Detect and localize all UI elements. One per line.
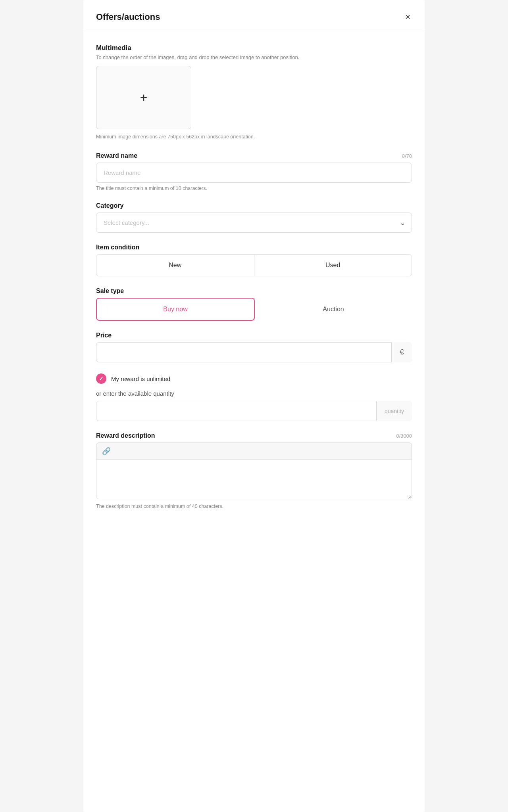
offers-auctions-modal: Offers/auctions × Multimedia To change t… (83, 0, 425, 812)
quantity-suffix: quantity (376, 401, 412, 421)
category-header: Category (96, 202, 412, 209)
item-condition-group: New Used (96, 254, 412, 276)
reward-name-counter: 0/70 (402, 153, 412, 159)
multimedia-section: Multimedia To change the order of the im… (96, 44, 412, 140)
condition-new-button[interactable]: New (96, 255, 254, 276)
price-header: Price (96, 332, 412, 339)
price-section: Price € (96, 332, 412, 362)
reward-description-counter: 0/8000 (396, 433, 412, 439)
description-toolbar: 🔗 (96, 442, 412, 460)
link-icon[interactable]: 🔗 (102, 447, 111, 456)
reward-description-hint: The description must contain a minimum o… (96, 504, 412, 509)
plus-icon: + (140, 91, 148, 104)
reward-name-label: Reward name (96, 152, 137, 159)
quantity-input[interactable] (96, 401, 412, 421)
item-condition-label: Item condition (96, 244, 139, 251)
reward-name-section: Reward name 0/70 The title must contain … (96, 152, 412, 191)
sale-auction-button[interactable]: Auction (254, 298, 412, 321)
reward-description-header: Reward description 0/8000 (96, 432, 412, 439)
reward-name-header: Reward name 0/70 (96, 152, 412, 159)
sale-type-header: Sale type (96, 287, 412, 295)
modal-body: Multimedia To change the order of the im… (83, 31, 425, 533)
category-section: Category Select category... ⌄ (96, 202, 412, 233)
sale-type-section: Sale type Buy now Auction (96, 287, 412, 321)
reward-description-label: Reward description (96, 432, 155, 439)
sale-type-group: Buy now Auction (96, 298, 412, 321)
price-input[interactable] (96, 342, 412, 362)
item-condition-section: Item condition New Used (96, 244, 412, 276)
reward-description-textarea[interactable] (96, 460, 412, 499)
image-note: Minimum image dimensions are 750px x 562… (96, 134, 412, 140)
currency-symbol: € (391, 342, 412, 362)
quantity-label: or enter the available quantity (96, 390, 412, 397)
modal-header: Offers/auctions × (83, 0, 425, 31)
checkmark-icon: ✓ (99, 375, 104, 382)
unlimited-checkbox[interactable]: ✓ (96, 373, 106, 384)
multimedia-title: Multimedia (96, 44, 412, 52)
sale-buy-now-button[interactable]: Buy now (96, 298, 255, 321)
reward-name-input[interactable] (96, 163, 412, 183)
price-input-wrapper: € (96, 342, 412, 362)
unlimited-checkbox-row: ✓ My reward is unlimited (96, 373, 412, 384)
unlimited-reward-label: My reward is unlimited (111, 375, 170, 382)
multimedia-subtitle: To change the order of the images, drag … (96, 54, 412, 60)
unlimited-reward-section: ✓ My reward is unlimited or enter the av… (96, 373, 412, 421)
item-condition-header: Item condition (96, 244, 412, 251)
sale-type-label: Sale type (96, 287, 124, 295)
modal-title: Offers/auctions (96, 12, 160, 22)
price-label: Price (96, 332, 112, 339)
category-select[interactable]: Select category... (96, 213, 412, 233)
reward-name-hint: The title must contain a minimum of 10 c… (96, 186, 412, 191)
close-button[interactable]: × (404, 11, 412, 23)
image-upload-box[interactable]: + (96, 66, 191, 129)
category-label: Category (96, 202, 123, 209)
reward-description-section: Reward description 0/8000 🔗 The descript… (96, 432, 412, 509)
quantity-input-wrapper: quantity (96, 401, 412, 421)
category-select-wrapper: Select category... ⌄ (96, 213, 412, 233)
condition-used-button[interactable]: Used (254, 255, 412, 276)
